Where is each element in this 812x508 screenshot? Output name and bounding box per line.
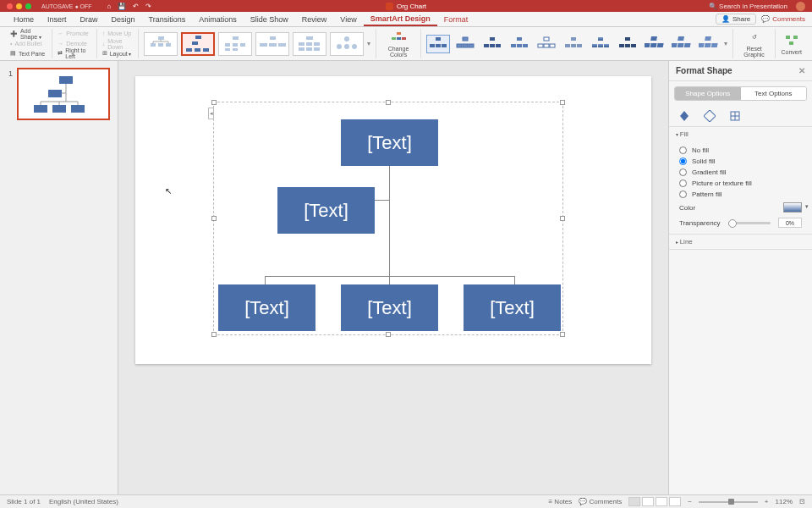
style-option-6[interactable] [562, 35, 585, 53]
close-pane-icon[interactable]: ✕ [798, 66, 805, 75]
style-option-2[interactable] [453, 35, 477, 53]
layouts-more-icon[interactable]: ▾ [367, 40, 370, 47]
line-section-header[interactable]: Line [669, 235, 812, 249]
resize-handle-se[interactable] [560, 332, 565, 337]
notes-button[interactable]: ≡ Notes [548, 498, 572, 505]
fill-no-fill[interactable]: No fill [679, 145, 802, 156]
user-avatar[interactable] [796, 2, 805, 11]
style-option-11[interactable] [697, 35, 721, 53]
add-shape-button[interactable]: ➕Add Shape [10, 29, 47, 39]
org-node-child-3[interactable]: [Text] [464, 284, 561, 331]
tab-design[interactable]: Design [105, 12, 142, 26]
tab-home[interactable]: Home [7, 12, 41, 26]
sorter-view-button[interactable] [642, 497, 654, 506]
text-options-tab[interactable]: Text Options [741, 87, 807, 100]
slide-count[interactable]: Slide 1 of 1 [7, 498, 41, 505]
slide-thumbnail-1[interactable]: 1 [17, 68, 110, 120]
minimize-window-icon[interactable] [16, 3, 22, 9]
style-option-7[interactable] [589, 35, 612, 53]
tab-review[interactable]: Review [295, 12, 334, 26]
org-node-root[interactable]: [Text] [341, 119, 438, 166]
tab-slideshow[interactable]: Slide Show [244, 12, 295, 26]
fill-picture[interactable]: Picture or texture fill [679, 178, 802, 189]
change-colors-button[interactable]: Change Colors [376, 29, 420, 58]
org-node-child-2[interactable]: [Text] [341, 284, 438, 331]
org-node-child-1[interactable]: [Text] [218, 284, 315, 331]
fit-to-window-button[interactable]: ⊡ [799, 498, 805, 505]
layout-option-4[interactable] [255, 32, 289, 56]
comments-status-button[interactable]: 💬 Comments [579, 498, 622, 505]
close-window-icon[interactable] [7, 3, 13, 9]
color-picker[interactable] [783, 202, 802, 213]
layout-option-3[interactable] [218, 32, 252, 56]
normal-view-button[interactable] [628, 497, 640, 506]
slide-canvas[interactable]: ◂ [Text] [Text] [Text] [Text] [118, 61, 668, 494]
tab-insert[interactable]: Insert [41, 12, 74, 26]
fill-solid[interactable]: Solid fill [679, 156, 802, 167]
svg-point-31 [337, 44, 342, 49]
style-option-1[interactable] [426, 35, 450, 53]
reading-view-button[interactable] [656, 497, 667, 506]
text-pane-button[interactable]: ▤Text Pane [10, 49, 47, 59]
tab-transitions[interactable]: Transitions [142, 12, 193, 26]
fill-section-header[interactable]: Fill [669, 127, 812, 141]
fill-line-category-icon[interactable] [678, 109, 691, 123]
text-pane-expand-icon[interactable]: ◂ [208, 108, 214, 119]
rtl-button[interactable]: ⇄Right to Left [58, 48, 91, 58]
org-node-assistant[interactable]: [Text] [277, 187, 375, 234]
size-category-icon[interactable] [728, 109, 742, 123]
resize-handle-e[interactable] [560, 216, 565, 221]
tab-animations[interactable]: Animations [192, 12, 244, 26]
transparency-slider[interactable] [728, 222, 771, 224]
redo-icon[interactable]: ↷ [145, 3, 151, 10]
tab-draw[interactable]: Draw [74, 12, 105, 26]
resize-handle-n[interactable] [386, 100, 391, 105]
effects-category-icon[interactable] [703, 109, 716, 123]
zoom-in-button[interactable]: + [765, 498, 769, 505]
save-icon[interactable]: 💾 [118, 3, 126, 10]
svg-rect-60 [571, 44, 576, 47]
style-option-3[interactable] [480, 35, 504, 53]
svg-rect-78 [705, 36, 711, 41]
maximize-window-icon[interactable] [25, 3, 31, 9]
undo-icon[interactable]: ↶ [133, 3, 139, 10]
style-option-5[interactable] [535, 35, 558, 53]
language-status[interactable]: English (United States) [49, 498, 118, 505]
style-option-4[interactable] [508, 35, 531, 53]
resize-handle-nw[interactable] [211, 100, 217, 105]
resize-handle-s[interactable] [386, 332, 391, 337]
share-button[interactable]: 👤Share [716, 14, 756, 25]
style-option-8[interactable] [616, 35, 639, 53]
zoom-level[interactable]: 112% [776, 498, 793, 505]
styles-more-icon[interactable]: ▾ [724, 40, 727, 47]
tab-smartart-design[interactable]: SmartArt Design [364, 12, 437, 26]
shape-options-tab[interactable]: Shape Options [675, 87, 741, 100]
tab-format[interactable]: Format [437, 12, 475, 26]
transparency-value[interactable]: 0% [778, 218, 802, 228]
resize-handle-ne[interactable] [560, 100, 565, 105]
reset-graphic-button[interactable]: ↺ Reset Graphic [733, 29, 776, 58]
fill-pattern[interactable]: Pattern fill [679, 189, 802, 200]
search-field[interactable]: 🔍 Search in Presentation [709, 3, 787, 10]
resize-handle-sw[interactable] [211, 332, 217, 337]
change-colors-label: Change Colors [381, 46, 414, 58]
layout-option-2[interactable] [181, 32, 215, 56]
layout-option-5[interactable] [293, 32, 326, 56]
zoom-slider[interactable] [699, 501, 758, 503]
style-option-9[interactable] [643, 35, 667, 53]
slide[interactable]: ◂ [Text] [Text] [Text] [Text] [135, 76, 651, 364]
layout-option-1[interactable] [144, 32, 178, 56]
layout-option-6[interactable] [330, 32, 364, 56]
layout-button[interactable]: ⊞Layout [102, 49, 134, 59]
resize-handle-w[interactable] [211, 216, 217, 221]
zoom-out-button[interactable]: − [688, 498, 692, 505]
tab-view[interactable]: View [333, 12, 363, 26]
autosave-toggle[interactable]: AUTOSAVE ● OFF [41, 3, 92, 9]
comments-button[interactable]: 💬Comments [761, 15, 805, 23]
convert-button[interactable]: Convert [776, 29, 807, 58]
home-icon[interactable]: ⌂ [107, 3, 112, 10]
fill-gradient[interactable]: Gradient fill [679, 167, 802, 178]
slideshow-view-button[interactable] [669, 497, 681, 506]
style-option-10[interactable] [670, 35, 694, 53]
smartart-selection-frame[interactable]: ◂ [Text] [Text] [Text] [Text] [213, 102, 563, 335]
